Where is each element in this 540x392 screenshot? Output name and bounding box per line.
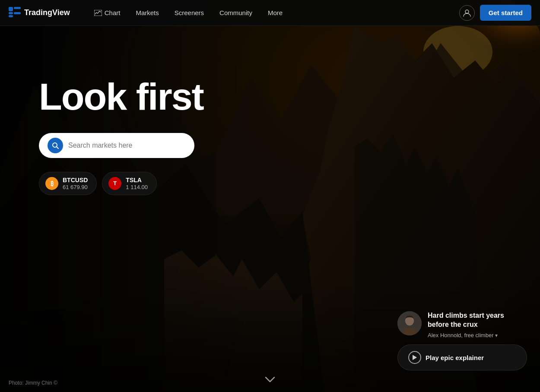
quote-card: Hard climbs start years before the crux …	[397, 311, 527, 338]
btc-info: BTCUSD 61 679.90	[63, 177, 88, 190]
svg-rect-9	[9, 15, 13, 17]
quote-headline: Hard climbs start years before the crux	[428, 311, 527, 329]
play-triangle-icon	[413, 355, 417, 360]
search-icon	[52, 142, 59, 149]
svg-point-17	[406, 316, 413, 325]
scroll-chevron-icon	[265, 376, 275, 383]
nav-links: Chart Markets Screeners Community More	[87, 6, 459, 20]
nav-item-markets[interactable]: Markets	[129, 6, 165, 20]
svg-point-12	[465, 10, 469, 13]
quote-author: Alex Honnold, free climber ▾	[428, 332, 527, 338]
chart-icon	[94, 10, 102, 16]
btc-price: 61 679.90	[63, 184, 88, 190]
ticker-chip-btcusd[interactable]: ₿ BTCUSD 61 679.90	[39, 172, 97, 195]
logo-text: TradingView	[24, 8, 70, 17]
person-icon	[463, 9, 471, 17]
search-input[interactable]	[68, 142, 186, 149]
search-bar	[39, 133, 194, 158]
ticker-chip-tsla[interactable]: T TSLA 1 114.00	[102, 172, 157, 195]
nav-item-community[interactable]: Community	[213, 6, 259, 20]
quote-text: Hard climbs start years before the crux …	[428, 311, 527, 338]
btc-symbol: BTCUSD	[63, 177, 88, 184]
navbar: TradingView Chart Markets Screeners Comm…	[0, 0, 540, 26]
svg-rect-6	[9, 7, 13, 11]
hero-title: Look first	[39, 78, 540, 116]
tsla-symbol: TSLA	[126, 177, 148, 184]
btc-icon: ₿	[45, 177, 58, 190]
photo-credit: Photo: Jimmy Chin ©	[9, 380, 57, 386]
quote-author-text: Alex Honnold, free climber	[428, 332, 493, 338]
svg-rect-8	[9, 12, 13, 14]
nav-item-screeners[interactable]: Screeners	[168, 6, 211, 20]
svg-rect-7	[14, 7, 21, 9]
search-icon-circle	[48, 138, 63, 153]
nav-item-more[interactable]: More	[261, 6, 289, 20]
avatar-image	[397, 311, 422, 335]
tsla-price: 1 114.00	[126, 184, 148, 190]
svg-line-14	[57, 147, 58, 149]
svg-marker-18	[413, 355, 417, 360]
get-started-button[interactable]: Get started	[480, 5, 531, 21]
play-label: Play epic explainer	[426, 354, 484, 361]
hero-content: Look first ₿ BTCUSD 61 679.90 T TSLA 1 1…	[0, 26, 540, 195]
chevron-down-icon: ▾	[495, 332, 498, 338]
ticker-chips: ₿ BTCUSD 61 679.90 T TSLA 1 114.00	[39, 172, 540, 195]
tsla-icon: T	[108, 177, 121, 190]
logo-icon	[9, 7, 21, 19]
nav-right: Get started	[459, 5, 531, 21]
tsla-info: TSLA 1 114.00	[126, 177, 148, 190]
play-circle-icon	[408, 351, 421, 364]
nav-item-chart[interactable]: Chart	[87, 6, 127, 20]
logo[interactable]: TradingView	[9, 7, 70, 19]
user-account-icon[interactable]	[459, 5, 475, 21]
scroll-indicator[interactable]	[265, 374, 275, 385]
quote-section: Hard climbs start years before the crux …	[397, 311, 527, 370]
play-button[interactable]: Play epic explainer	[397, 345, 527, 370]
svg-rect-10	[14, 12, 21, 14]
quote-avatar	[397, 311, 422, 335]
